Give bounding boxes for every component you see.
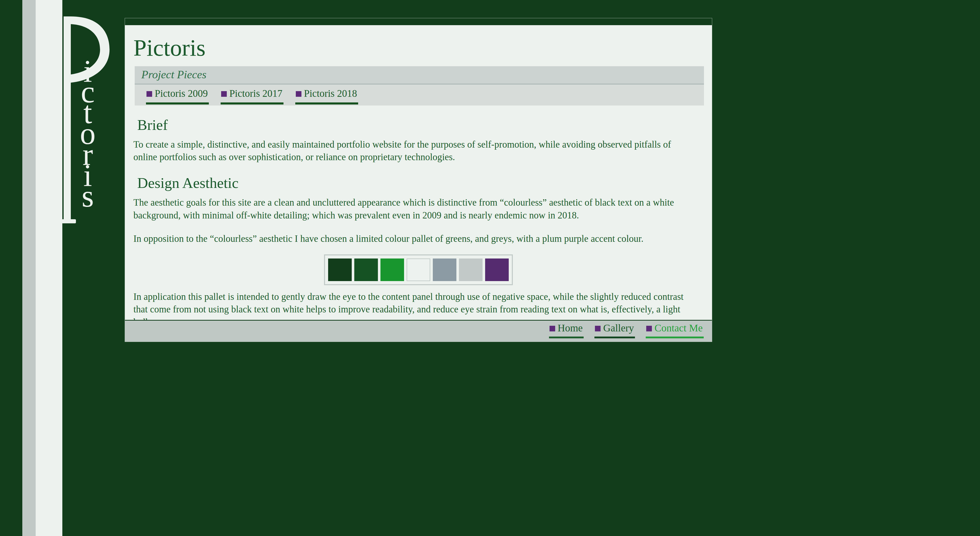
project-pieces-label: Project Pieces [135, 66, 704, 84]
brief-heading: Brief [137, 117, 712, 133]
square-bullet-icon [549, 326, 555, 332]
square-bullet-icon [296, 91, 301, 97]
logo-letter: s [72, 186, 103, 206]
project-link-label: Pictoris 2017 [229, 88, 282, 99]
project-link-label: Pictoris 2018 [304, 88, 357, 99]
project-link-pictoris-2017[interactable]: Pictoris 2017 [221, 88, 283, 104]
site-logo: ictoris [62, 15, 128, 246]
palette-swatch-bright-green [380, 258, 404, 281]
colour-palette [324, 254, 513, 285]
left-grey-stripe [22, 0, 36, 536]
design-paragraph-2: In opposition to the “colourless” aesthe… [134, 232, 687, 245]
footer-link-label: Contact Me [654, 322, 703, 334]
project-pieces-nav: Pictoris 2009Pictoris 2017Pictoris 2018 [135, 85, 704, 105]
project-link-pictoris-2018[interactable]: Pictoris 2018 [295, 88, 358, 104]
left-offwhite-stripe [36, 0, 62, 536]
footer-nav: HomeGalleryContact Me [125, 320, 712, 342]
footer-link-contact-me[interactable]: Contact Me [646, 322, 704, 338]
palette-swatch-plum-purple [485, 258, 509, 281]
project-link-label: Pictoris 2009 [155, 88, 208, 99]
footer-link-label: Home [558, 322, 583, 334]
square-bullet-icon [146, 91, 152, 97]
footer-link-label: Gallery [603, 322, 634, 334]
design-aesthetic-heading: Design Aesthetic [137, 175, 712, 191]
panel-top-strip [125, 18, 712, 25]
palette-swatch-off-white [407, 258, 430, 281]
brief-paragraph: To create a simple, distinctive, and eas… [134, 138, 687, 164]
square-bullet-icon [221, 91, 227, 97]
square-bullet-icon [595, 326, 601, 332]
footer-link-gallery[interactable]: Gallery [594, 322, 635, 338]
content-panel: Pictoris Project Pieces Pictoris 2009Pic… [125, 18, 712, 342]
footer-link-home[interactable]: Home [549, 322, 584, 338]
palette-swatch-dark-green [354, 258, 378, 281]
page-title: Pictoris [134, 36, 712, 59]
project-link-pictoris-2009[interactable]: Pictoris 2009 [146, 88, 209, 104]
square-bullet-icon [646, 326, 652, 332]
palette-swatch-blue-grey [433, 258, 457, 281]
project-pieces-widget: Project Pieces Pictoris 2009Pictoris 201… [135, 66, 704, 105]
palette-swatch-very-dark-green [328, 258, 352, 281]
palette-swatch-light-grey [459, 258, 482, 281]
design-paragraph-1: The aesthetic goals for this site are a … [134, 196, 687, 222]
logo-letters: ictoris [72, 61, 103, 206]
